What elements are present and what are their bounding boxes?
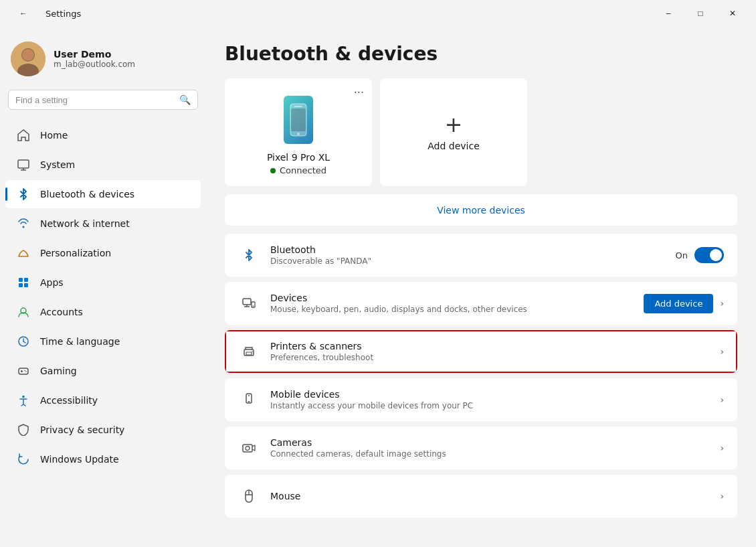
printers-row[interactable]: Printers & scanners Preferences, trouble… bbox=[225, 330, 737, 373]
sidebar-item-bluetooth[interactable]: Bluetooth & devices bbox=[5, 180, 201, 208]
sidebar-item-privacy[interactable]: Privacy & security bbox=[5, 416, 201, 444]
sidebar-item-personalization[interactable]: Personalization bbox=[5, 239, 201, 267]
sidebar-item-time-label: Time & language bbox=[40, 336, 120, 347]
sidebar-item-home-label: Home bbox=[40, 130, 68, 141]
toggle-state-label: On bbox=[676, 250, 688, 260]
printers-row-subtitle: Preferences, troubleshoot bbox=[270, 353, 709, 362]
page-title: Bluetooth & devices bbox=[225, 43, 737, 65]
view-more-bar[interactable]: View more devices bbox=[225, 194, 737, 226]
add-device-card[interactable]: + Add device bbox=[380, 78, 527, 186]
printers-row-text: Printers & scanners Preferences, trouble… bbox=[270, 341, 709, 362]
bluetooth-icon bbox=[238, 244, 260, 266]
svg-rect-16 bbox=[19, 368, 28, 374]
printers-chevron-icon: › bbox=[720, 346, 724, 357]
user-profile[interactable]: User Demo m_lab@outlook.com bbox=[0, 35, 206, 90]
cameras-icon bbox=[238, 437, 260, 459]
sidebar-item-accounts[interactable]: Accounts bbox=[5, 298, 201, 326]
mobile-row-title: Mobile devices bbox=[270, 389, 709, 400]
search-icon: 🔍 bbox=[179, 94, 191, 105]
devices-chevron-icon: › bbox=[720, 298, 724, 309]
add-device-button[interactable]: Add device bbox=[644, 294, 713, 313]
bluetooth-toggle[interactable] bbox=[694, 247, 724, 263]
svg-line-15 bbox=[23, 341, 25, 343]
avatar bbox=[11, 42, 45, 76]
devices-section: Devices Mouse, keyboard, pen, audio, dis… bbox=[225, 282, 737, 325]
status-text: Connected bbox=[280, 165, 326, 175]
cameras-row[interactable]: Cameras Connected cameras, default image… bbox=[225, 426, 737, 469]
mouse-icon bbox=[238, 485, 260, 507]
cameras-row-title: Cameras bbox=[270, 437, 709, 448]
sidebar-item-network[interactable]: Network & internet bbox=[5, 210, 201, 238]
sidebar-item-accessibility-label: Accessibility bbox=[40, 395, 98, 406]
sidebar-item-privacy-label: Privacy & security bbox=[40, 424, 124, 435]
mouse-row[interactable]: Mouse › bbox=[225, 475, 737, 518]
svg-rect-32 bbox=[246, 352, 252, 355]
user-name: User Demo bbox=[54, 49, 135, 60]
maximize-button[interactable]: □ bbox=[685, 3, 716, 24]
svg-point-38 bbox=[246, 447, 250, 451]
device-card-pixel[interactable]: ··· Pixel 9 Pro XL Connected bbox=[225, 78, 372, 186]
svg-rect-10 bbox=[19, 283, 23, 287]
bluetooth-toggle-group: On bbox=[676, 247, 724, 263]
svg-point-19 bbox=[24, 370, 25, 372]
svg-rect-37 bbox=[243, 445, 252, 452]
svg-rect-11 bbox=[24, 283, 28, 287]
bluetooth-nav-icon bbox=[16, 187, 31, 202]
sidebar-item-accessibility[interactable]: Accessibility bbox=[5, 386, 201, 414]
devices-icon bbox=[238, 293, 260, 314]
accessibility-icon bbox=[16, 393, 31, 408]
mouse-row-title: Mouse bbox=[270, 491, 709, 501]
gaming-icon bbox=[16, 364, 31, 378]
sidebar-item-apps[interactable]: Apps bbox=[5, 268, 201, 297]
svg-rect-9 bbox=[24, 278, 28, 282]
search-box[interactable]: 🔍 bbox=[8, 90, 198, 110]
sidebar-item-bluetooth-label: Bluetooth & devices bbox=[40, 189, 134, 200]
printers-icon bbox=[238, 341, 260, 362]
sidebar-item-gaming[interactable]: Gaming bbox=[5, 357, 201, 385]
back-button[interactable]: ← bbox=[8, 3, 39, 24]
mobile-icon bbox=[238, 389, 260, 410]
add-device-plus-icon: + bbox=[445, 114, 463, 135]
sidebar-item-home[interactable]: Home bbox=[5, 121, 201, 149]
bluetooth-row[interactable]: Bluetooth Discoverable as "PANDA" On bbox=[225, 234, 737, 277]
printers-section: Printers & scanners Preferences, trouble… bbox=[225, 330, 737, 373]
sidebar-item-update[interactable]: Windows Update bbox=[5, 445, 201, 473]
system-icon bbox=[16, 157, 31, 172]
mobile-row[interactable]: Mobile devices Instantly access your mob… bbox=[225, 378, 737, 421]
search-input[interactable] bbox=[15, 95, 174, 105]
sidebar-item-gaming-label: Gaming bbox=[40, 366, 77, 376]
device-phone-icon bbox=[235, 96, 361, 144]
svg-point-20 bbox=[25, 371, 27, 372]
device-name: Pixel 9 Pro XL bbox=[235, 152, 361, 163]
mouse-row-text: Mouse bbox=[270, 491, 709, 501]
sidebar-item-time[interactable]: Time & language bbox=[5, 327, 201, 356]
main-content: Bluetooth & devices ··· Pixel 9 Pro XL bbox=[206, 27, 756, 547]
time-icon bbox=[16, 334, 31, 349]
window-controls: – □ ✕ bbox=[653, 3, 748, 24]
devices-row-text: Devices Mouse, keyboard, pen, audio, dis… bbox=[270, 293, 633, 314]
sidebar-item-system[interactable]: System bbox=[5, 151, 201, 179]
network-icon bbox=[16, 216, 31, 231]
devices-row-title: Devices bbox=[270, 293, 633, 303]
mouse-chevron-icon: › bbox=[720, 491, 724, 501]
minimize-button[interactable]: – bbox=[653, 3, 684, 24]
view-more-link[interactable]: View more devices bbox=[437, 205, 525, 216]
apps-icon bbox=[16, 275, 31, 290]
svg-rect-26 bbox=[243, 299, 251, 305]
cameras-chevron-icon: › bbox=[720, 443, 724, 453]
sidebar-item-apps-label: Apps bbox=[40, 277, 64, 288]
bluetooth-section: Bluetooth Discoverable as "PANDA" On bbox=[225, 234, 737, 277]
svg-rect-24 bbox=[291, 108, 306, 131]
devices-settings-row[interactable]: Devices Mouse, keyboard, pen, audio, dis… bbox=[225, 282, 737, 325]
title-bar: ← Settings – □ ✕ bbox=[0, 0, 756, 27]
close-button[interactable]: ✕ bbox=[717, 3, 748, 24]
update-icon bbox=[16, 452, 31, 467]
mobile-row-text: Mobile devices Instantly access your mob… bbox=[270, 389, 709, 410]
svg-rect-4 bbox=[18, 160, 29, 168]
devices-row-subtitle: Mouse, keyboard, pen, audio, displays an… bbox=[270, 305, 633, 314]
svg-point-33 bbox=[252, 351, 253, 352]
device-more-button[interactable]: ··· bbox=[354, 86, 364, 99]
svg-point-3 bbox=[22, 49, 34, 61]
home-icon bbox=[16, 128, 31, 143]
status-dot bbox=[270, 168, 276, 173]
